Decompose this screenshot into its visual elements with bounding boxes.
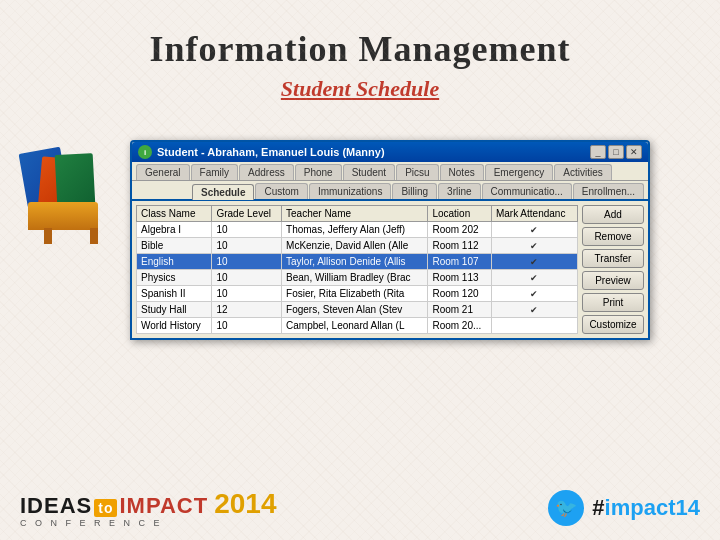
cell-class-name: Algebra I <box>137 222 212 238</box>
cell-room: Room 20... <box>428 318 492 334</box>
cell-class-name: Spanish II <box>137 286 212 302</box>
cell-teacher: Fogers, Steven Alan (Stev <box>282 302 428 318</box>
attendance-checkbox[interactable]: ✔ <box>530 257 538 267</box>
cell-teacher: Bean, William Bradley (Brac <box>282 270 428 286</box>
cell-room: Room 120 <box>428 286 492 302</box>
tab-student[interactable]: Student <box>343 164 395 180</box>
table-row[interactable]: English 10 Taylor, Allison Denide (Allis… <box>137 254 578 270</box>
cell-grade: 10 <box>212 222 282 238</box>
col-teacher-name: Teacher Name <box>282 206 428 222</box>
cell-attendance[interactable]: ✔ <box>491 254 577 270</box>
desk-leg-right <box>90 228 98 244</box>
dialog-title-area: i Student - Abraham, Emanuel Louis (Mann… <box>138 145 385 159</box>
logo-ideas-text: IDEAS <box>20 493 92 519</box>
hashtag-text: #impact14 <box>592 495 700 521</box>
table-row[interactable]: Spanish II 10 Fosier, Rita Elizabeth (Ri… <box>137 286 578 302</box>
maximize-button[interactable]: □ <box>608 145 624 159</box>
cell-room: Room 112 <box>428 238 492 254</box>
preview-button[interactable]: Preview <box>582 271 644 290</box>
cell-class-name: Bible <box>137 238 212 254</box>
dialog-window-controls[interactable]: _ □ ✕ <box>590 145 642 159</box>
attendance-checkbox[interactable]: ✔ <box>530 289 538 299</box>
cell-teacher: Campbel, Leonard Allan (L <box>282 318 428 334</box>
cell-class-name: Physics <box>137 270 212 286</box>
cell-teacher: Fosier, Rita Elizabeth (Rita <box>282 286 428 302</box>
hashtag-impact: impact14 <box>605 495 700 520</box>
bottom-bar: IDEAS to IMPACT 2014 C O N F E R E N C E… <box>0 488 720 528</box>
cell-room: Room 107 <box>428 254 492 270</box>
sub-title: Student Schedule <box>0 76 720 102</box>
table-row[interactable]: Physics 10 Bean, William Bradley (Brac R… <box>137 270 578 286</box>
cell-teacher: McKenzie, David Allen (Alle <box>282 238 428 254</box>
logo-block: IDEAS to IMPACT 2014 C O N F E R E N C E <box>20 488 276 528</box>
remove-button[interactable]: Remove <box>582 227 644 246</box>
logo-impact-text: IMPACT <box>119 493 208 519</box>
cell-teacher: Taylor, Allison Denide (Allis <box>282 254 428 270</box>
action-buttons: Add Remove Transfer Preview Print Custom… <box>582 205 644 334</box>
cell-grade: 10 <box>212 286 282 302</box>
dialog-app-icon: i <box>138 145 152 159</box>
tab-3rline[interactable]: 3rline <box>438 183 480 199</box>
tab-notes[interactable]: Notes <box>440 164 484 180</box>
table-row[interactable]: Algebra I 10 Thomas, Jeffery Alan (Jeff)… <box>137 222 578 238</box>
cell-grade: 10 <box>212 318 282 334</box>
cell-attendance[interactable] <box>491 318 577 334</box>
tab-immunizations[interactable]: Immunizations <box>309 183 391 199</box>
table-row[interactable]: Bible 10 McKenzie, David Allen (Alle Roo… <box>137 238 578 254</box>
tab-picsu[interactable]: Picsu <box>396 164 438 180</box>
minimize-button[interactable]: _ <box>590 145 606 159</box>
main-title: Information Management <box>0 0 720 70</box>
desk-icon <box>28 202 98 230</box>
col-location: Location <box>428 206 492 222</box>
attendance-checkbox[interactable]: ✔ <box>530 305 538 315</box>
logo-year-text: 2014 <box>214 488 276 520</box>
twitter-bird-icon: 🐦 <box>548 490 584 526</box>
attendance-checkbox[interactable]: ✔ <box>530 273 538 283</box>
col-grade-level: Grade Level <box>212 206 282 222</box>
cell-class-name: English <box>137 254 212 270</box>
dialog-titlebar: i Student - Abraham, Emanuel Louis (Mann… <box>132 142 648 162</box>
print-button[interactable]: Print <box>582 293 644 312</box>
student-dialog: i Student - Abraham, Emanuel Louis (Mann… <box>130 140 650 340</box>
cell-attendance[interactable]: ✔ <box>491 222 577 238</box>
tab-enrollment[interactable]: Enrollmen... <box>573 183 644 199</box>
attendance-checkbox[interactable]: ✔ <box>530 241 538 251</box>
tabs-row-1: General Family Address Phone Student Pic… <box>132 162 648 181</box>
tab-custom[interactable]: Custom <box>255 183 307 199</box>
customize-button[interactable]: Customize <box>582 315 644 334</box>
tab-phone[interactable]: Phone <box>295 164 342 180</box>
tabs-row-2: Schedule Custom Immunizations Billing 3r… <box>132 181 648 201</box>
cell-room: Room 113 <box>428 270 492 286</box>
cell-attendance[interactable]: ✔ <box>491 302 577 318</box>
tab-communication[interactable]: Communicatio... <box>482 183 572 199</box>
tab-schedule[interactable]: Schedule <box>192 184 254 200</box>
dialog-body: Class Name Grade Level Teacher Name Loca… <box>132 201 648 338</box>
cell-grade: 10 <box>212 270 282 286</box>
transfer-button[interactable]: Transfer <box>582 249 644 268</box>
cell-attendance[interactable]: ✔ <box>491 270 577 286</box>
tab-address[interactable]: Address <box>239 164 294 180</box>
cell-attendance[interactable]: ✔ <box>491 286 577 302</box>
cell-class-name: World History <box>137 318 212 334</box>
cell-room: Room 202 <box>428 222 492 238</box>
tab-general[interactable]: General <box>136 164 190 180</box>
attendance-checkbox[interactable]: ✔ <box>530 225 538 235</box>
tab-activities[interactable]: Activities <box>554 164 611 180</box>
col-mark-attendance: Mark Attendanc <box>491 206 577 222</box>
cell-class-name: Study Hall <box>137 302 212 318</box>
tab-emergency[interactable]: Emergency <box>485 164 554 180</box>
tab-billing[interactable]: Billing <box>392 183 437 199</box>
table-row[interactable]: World History 10 Campbel, Leonard Allan … <box>137 318 578 334</box>
table-row[interactable]: Study Hall 12 Fogers, Steven Alan (Stev … <box>137 302 578 318</box>
dialog-title: Student - Abraham, Emanuel Louis (Manny) <box>157 146 385 158</box>
cell-attendance[interactable]: ✔ <box>491 238 577 254</box>
cell-teacher: Thomas, Jeffery Alan (Jeff) <box>282 222 428 238</box>
close-button[interactable]: ✕ <box>626 145 642 159</box>
tab-family[interactable]: Family <box>191 164 238 180</box>
desk-leg-left <box>44 228 52 244</box>
logo-to-text: to <box>94 499 117 517</box>
add-button[interactable]: Add <box>582 205 644 224</box>
decorative-icon <box>18 140 128 230</box>
cell-grade: 10 <box>212 254 282 270</box>
cell-grade: 12 <box>212 302 282 318</box>
